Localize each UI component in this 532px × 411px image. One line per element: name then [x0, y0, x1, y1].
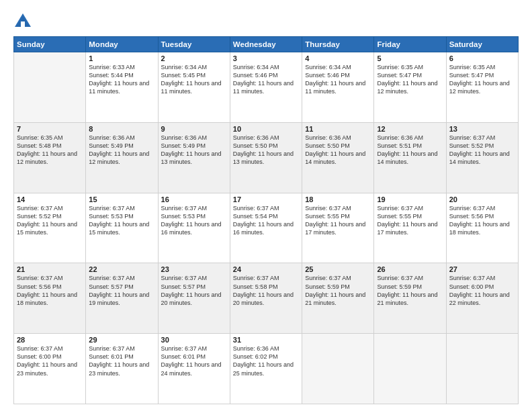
calendar-cell: 8Sunrise: 6:36 AM Sunset: 5:49 PM Daylig… [86, 122, 158, 193]
calendar-cell: 4Sunrise: 6:34 AM Sunset: 5:46 PM Daylig… [302, 52, 374, 123]
calendar-cell: 10Sunrise: 6:36 AM Sunset: 5:50 PM Dayli… [230, 122, 302, 193]
day-number: 12 [377, 125, 443, 133]
cell-info: Sunrise: 6:37 AM Sunset: 5:59 PM Dayligh… [305, 274, 371, 307]
cell-info: Sunrise: 6:35 AM Sunset: 5:48 PM Dayligh… [17, 134, 83, 167]
day-number: 19 [377, 195, 443, 203]
calendar-cell: 26Sunrise: 6:37 AM Sunset: 5:59 PM Dayli… [374, 263, 446, 334]
day-number: 30 [161, 336, 227, 344]
cell-info: Sunrise: 6:37 AM Sunset: 5:52 PM Dayligh… [449, 134, 515, 167]
cell-info: Sunrise: 6:35 AM Sunset: 5:47 PM Dayligh… [377, 63, 443, 96]
page: SundayMondayTuesdayWednesdayThursdayFrid… [0, 0, 532, 411]
cell-info: Sunrise: 6:37 AM Sunset: 5:53 PM Dayligh… [161, 204, 227, 237]
calendar-cell: 13Sunrise: 6:37 AM Sunset: 5:52 PM Dayli… [446, 122, 518, 193]
calendar-cell: 25Sunrise: 6:37 AM Sunset: 5:59 PM Dayli… [302, 263, 374, 334]
day-number: 31 [233, 336, 299, 344]
calendar-cell [446, 334, 518, 404]
calendar-cell: 21Sunrise: 6:37 AM Sunset: 5:56 PM Dayli… [14, 263, 86, 334]
day-number: 3 [233, 54, 299, 62]
calendar-cell: 9Sunrise: 6:36 AM Sunset: 5:49 PM Daylig… [158, 122, 230, 193]
calendar-cell: 12Sunrise: 6:36 AM Sunset: 5:51 PM Dayli… [374, 122, 446, 193]
day-number: 22 [89, 265, 154, 273]
day-number: 29 [89, 336, 154, 344]
day-number: 17 [233, 195, 299, 203]
svg-rect-2 [21, 21, 25, 27]
cell-info: Sunrise: 6:37 AM Sunset: 5:56 PM Dayligh… [17, 274, 83, 307]
calendar-cell [14, 52, 86, 123]
cell-info: Sunrise: 6:37 AM Sunset: 5:59 PM Dayligh… [377, 274, 443, 307]
calendar-cell: 3Sunrise: 6:34 AM Sunset: 5:46 PM Daylig… [230, 52, 302, 123]
calendar-cell [374, 334, 446, 404]
calendar-week-row-1: 1Sunrise: 6:33 AM Sunset: 5:44 PM Daylig… [14, 52, 519, 123]
calendar-week-row-2: 7Sunrise: 6:35 AM Sunset: 5:48 PM Daylig… [14, 122, 519, 193]
day-number: 8 [89, 125, 154, 133]
calendar-week-row-3: 14Sunrise: 6:37 AM Sunset: 5:52 PM Dayli… [14, 193, 519, 263]
calendar-cell: 20Sunrise: 6:37 AM Sunset: 5:56 PM Dayli… [446, 193, 518, 263]
col-header-tuesday: Tuesday [158, 37, 230, 52]
cell-info: Sunrise: 6:34 AM Sunset: 5:46 PM Dayligh… [233, 63, 299, 96]
cell-info: Sunrise: 6:33 AM Sunset: 5:44 PM Dayligh… [89, 63, 154, 96]
cell-info: Sunrise: 6:37 AM Sunset: 6:01 PM Dayligh… [89, 345, 154, 377]
cell-info: Sunrise: 6:37 AM Sunset: 6:00 PM Dayligh… [449, 274, 515, 307]
calendar-cell: 24Sunrise: 6:37 AM Sunset: 5:58 PM Dayli… [230, 263, 302, 334]
calendar-cell: 5Sunrise: 6:35 AM Sunset: 5:47 PM Daylig… [374, 52, 446, 123]
day-number: 9 [161, 125, 227, 133]
calendar-week-row-5: 28Sunrise: 6:37 AM Sunset: 6:00 PM Dayli… [14, 334, 519, 404]
day-number: 4 [305, 54, 371, 62]
col-header-saturday: Saturday [446, 37, 518, 52]
calendar-cell: 29Sunrise: 6:37 AM Sunset: 6:01 PM Dayli… [86, 334, 158, 404]
calendar-cell: 19Sunrise: 6:37 AM Sunset: 5:55 PM Dayli… [374, 193, 446, 263]
day-number: 5 [377, 54, 443, 62]
cell-info: Sunrise: 6:37 AM Sunset: 5:57 PM Dayligh… [161, 274, 227, 307]
cell-info: Sunrise: 6:36 AM Sunset: 6:02 PM Dayligh… [233, 345, 299, 377]
day-number: 20 [449, 195, 515, 203]
day-number: 13 [449, 125, 515, 133]
calendar-table: SundayMondayTuesdayWednesdayThursdayFrid… [13, 36, 519, 404]
cell-info: Sunrise: 6:37 AM Sunset: 5:56 PM Dayligh… [449, 204, 515, 237]
logo [13, 11, 35, 31]
calendar-cell: 15Sunrise: 6:37 AM Sunset: 5:53 PM Dayli… [86, 193, 158, 263]
calendar-cell: 23Sunrise: 6:37 AM Sunset: 5:57 PM Dayli… [158, 263, 230, 334]
calendar-cell: 14Sunrise: 6:37 AM Sunset: 5:52 PM Dayli… [14, 193, 86, 263]
day-number: 21 [17, 265, 83, 273]
cell-info: Sunrise: 6:36 AM Sunset: 5:49 PM Dayligh… [89, 134, 154, 167]
day-number: 26 [377, 265, 443, 273]
day-number: 16 [161, 195, 227, 203]
calendar-cell: 1Sunrise: 6:33 AM Sunset: 5:44 PM Daylig… [86, 52, 158, 123]
calendar-cell: 6Sunrise: 6:35 AM Sunset: 5:47 PM Daylig… [446, 52, 518, 123]
calendar-cell: 18Sunrise: 6:37 AM Sunset: 5:55 PM Dayli… [302, 193, 374, 263]
day-number: 15 [89, 195, 154, 203]
day-number: 7 [17, 125, 83, 133]
day-number: 11 [305, 125, 371, 133]
col-header-friday: Friday [374, 37, 446, 52]
calendar-cell: 7Sunrise: 6:35 AM Sunset: 5:48 PM Daylig… [14, 122, 86, 193]
col-header-wednesday: Wednesday [230, 37, 302, 52]
day-number: 2 [161, 54, 227, 62]
cell-info: Sunrise: 6:36 AM Sunset: 5:51 PM Dayligh… [377, 134, 443, 167]
day-number: 6 [449, 54, 515, 62]
calendar-cell: 16Sunrise: 6:37 AM Sunset: 5:53 PM Dayli… [158, 193, 230, 263]
cell-info: Sunrise: 6:37 AM Sunset: 5:55 PM Dayligh… [305, 204, 371, 237]
cell-info: Sunrise: 6:35 AM Sunset: 5:47 PM Dayligh… [449, 63, 515, 96]
header [13, 11, 519, 31]
calendar-cell: 28Sunrise: 6:37 AM Sunset: 6:00 PM Dayli… [14, 334, 86, 404]
day-number: 28 [17, 336, 83, 344]
cell-info: Sunrise: 6:37 AM Sunset: 5:54 PM Dayligh… [233, 204, 299, 237]
day-number: 25 [305, 265, 371, 273]
calendar-cell: 2Sunrise: 6:34 AM Sunset: 5:45 PM Daylig… [158, 52, 230, 123]
cell-info: Sunrise: 6:37 AM Sunset: 6:01 PM Dayligh… [161, 345, 227, 377]
cell-info: Sunrise: 6:37 AM Sunset: 5:57 PM Dayligh… [89, 274, 154, 307]
calendar-cell: 27Sunrise: 6:37 AM Sunset: 6:00 PM Dayli… [446, 263, 518, 334]
calendar-cell: 17Sunrise: 6:37 AM Sunset: 5:54 PM Dayli… [230, 193, 302, 263]
logo-icon [13, 12, 32, 31]
calendar-cell: 31Sunrise: 6:36 AM Sunset: 6:02 PM Dayli… [230, 334, 302, 404]
day-number: 14 [17, 195, 83, 203]
cell-info: Sunrise: 6:34 AM Sunset: 5:45 PM Dayligh… [161, 63, 227, 96]
day-number: 10 [233, 125, 299, 133]
day-number: 18 [305, 195, 371, 203]
cell-info: Sunrise: 6:36 AM Sunset: 5:50 PM Dayligh… [305, 134, 371, 167]
cell-info: Sunrise: 6:37 AM Sunset: 5:58 PM Dayligh… [233, 274, 299, 307]
cell-info: Sunrise: 6:36 AM Sunset: 5:50 PM Dayligh… [233, 134, 299, 167]
calendar-header-row: SundayMondayTuesdayWednesdayThursdayFrid… [14, 37, 519, 52]
calendar-week-row-4: 21Sunrise: 6:37 AM Sunset: 5:56 PM Dayli… [14, 263, 519, 334]
col-header-monday: Monday [86, 37, 158, 52]
